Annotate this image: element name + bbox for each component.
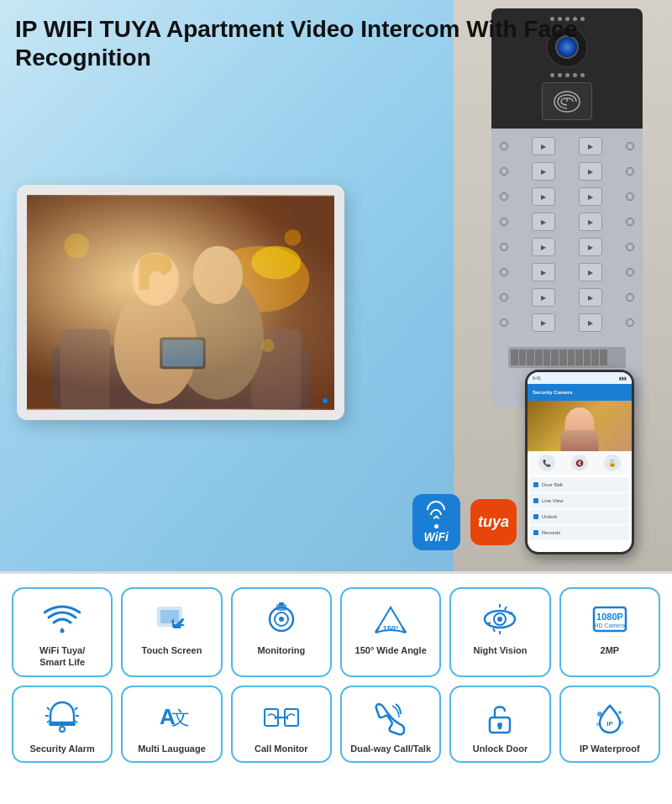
fingerprint-icon (550, 88, 584, 115)
fingerprint-area (542, 82, 592, 120)
top-section: IP WIFI TUYA Apartment Video Intercom Wi… (0, 0, 672, 571)
svg-point-63 (618, 711, 622, 714)
screw (626, 318, 634, 327)
led (558, 73, 562, 77)
title-block: IP WIFI TUYA Apartment Video Intercom Wi… (15, 15, 672, 71)
screw (500, 167, 508, 176)
feature-label-monitoring: Monitoring (257, 644, 305, 656)
night-vision-icon (480, 599, 520, 639)
screw (626, 218, 634, 226)
button-row: ▶ ▶ (496, 211, 638, 233)
app-ctrl-unlock[interactable]: 🔓 (604, 455, 621, 471)
screw (626, 167, 634, 176)
feature-label-security-alarm: Security Alarm (30, 743, 95, 754)
button-row: ▶ ▶ (496, 236, 638, 258)
svg-line-38 (493, 628, 495, 632)
button-row: ▶ ▶ (496, 312, 638, 334)
app-ctrl-call[interactable]: 📞 (538, 455, 555, 471)
screw (500, 268, 508, 276)
call-button[interactable]: ▶ (532, 288, 555, 307)
svg-point-64 (596, 723, 600, 726)
svg-point-34 (497, 617, 502, 622)
feature-wide-angle: 150° 150° Wide Angle (340, 587, 441, 677)
svg-point-21 (60, 629, 65, 633)
call-button[interactable]: ▶ (532, 213, 555, 231)
screw (626, 293, 634, 302)
button-row: ▶ ▶ (496, 135, 638, 157)
wifi-logo: WiFi (412, 494, 460, 550)
app-header: Security Camera (528, 384, 632, 401)
feature-wifi-tuya: WiFi Tuya/Smart Life (12, 587, 113, 677)
button-row: ▶ ▶ (496, 160, 638, 182)
unlock-door-icon (480, 697, 520, 738)
page-title: IP WIFI TUYA Apartment Video Intercom Wi… (15, 15, 672, 71)
led (550, 73, 554, 77)
tuya-logo-text: tuya (478, 513, 509, 531)
mobile-app: 9:41 ▮▮▮ Security Camera 📞 🔇 🔓 Door Bell (525, 370, 634, 554)
call-button[interactable]: ▶ (579, 187, 602, 206)
feature-monitoring: Monitoring (231, 587, 332, 677)
call-button[interactable]: ▶ (579, 137, 602, 155)
feature-waterproof: IP IP Waterproof (559, 686, 660, 763)
logos-row: WiFi tuya (412, 494, 517, 550)
svg-line-47 (75, 707, 77, 710)
svg-text:文: 文 (171, 707, 190, 728)
app-list-item[interactable]: Live View (530, 493, 629, 508)
svg-point-65 (619, 720, 623, 724)
svg-rect-23 (160, 610, 179, 623)
led (565, 73, 570, 77)
svg-point-45 (60, 727, 65, 732)
panel-buttons: ▶ ▶ ▶ ▶ ▶ ▶ ▶ ▶ (491, 129, 643, 340)
svg-point-19 (285, 229, 302, 246)
speaker-grille (508, 347, 626, 368)
app-ctrl-mute[interactable]: 🔇 (571, 455, 588, 471)
svg-point-3 (251, 246, 301, 280)
screw (500, 318, 508, 327)
app-body (561, 430, 599, 451)
app-video-preview (528, 401, 632, 451)
wifi-arcs (427, 501, 445, 528)
feature-label-waterproof: IP Waterproof (580, 743, 640, 754)
screw (626, 243, 634, 251)
feature-call-monitor: Call Monitor (231, 686, 332, 763)
app-list-item[interactable]: Records (530, 525, 629, 540)
feature-touch-screen: Touch Screen (121, 587, 222, 677)
svg-line-51 (75, 721, 77, 723)
monitoring-icon (261, 599, 302, 639)
led (573, 73, 577, 77)
screw (500, 243, 508, 251)
monitor-indicator (323, 398, 328, 403)
wifi-logo-text: WiFi (424, 530, 449, 544)
call-button[interactable]: ▶ (579, 213, 602, 231)
feature-2mp: 1080P HD Camera 2MP (559, 587, 660, 677)
call-button[interactable]: ▶ (532, 187, 555, 206)
svg-line-37 (505, 607, 507, 610)
svg-rect-6 (251, 329, 301, 409)
monitor-screen (27, 195, 334, 410)
call-button[interactable]: ▶ (532, 313, 555, 332)
call-button[interactable]: ▶ (532, 263, 555, 281)
svg-text:1080P: 1080P (596, 612, 623, 622)
call-button[interactable]: ▶ (579, 162, 602, 181)
call-button[interactable]: ▶ (532, 238, 555, 256)
screw (626, 268, 634, 276)
feature-security-alarm: Security Alarm (12, 686, 113, 763)
feature-label-call-monitor: Call Monitor (255, 743, 308, 754)
call-button[interactable]: ▶ (579, 313, 602, 332)
feature-label-angle: 150° Wide Angle (355, 644, 427, 656)
svg-rect-61 (498, 725, 501, 729)
call-button[interactable]: ▶ (579, 263, 602, 281)
call-button[interactable]: ▶ (579, 238, 602, 256)
dual-way-icon (370, 697, 411, 738)
app-list-item[interactable]: Unlock (530, 509, 629, 524)
svg-rect-1 (27, 196, 334, 408)
call-button[interactable]: ▶ (579, 288, 602, 307)
call-button[interactable]: ▶ (532, 162, 555, 181)
call-button[interactable]: ▶ (532, 137, 555, 155)
svg-point-2 (210, 246, 310, 313)
svg-text:IP: IP (606, 720, 613, 728)
app-list-item[interactable]: Door Bell (530, 477, 629, 492)
resolution-icon: 1080P HD Camera (590, 599, 630, 639)
feature-label-2mp: 2MP (601, 644, 620, 656)
svg-point-9 (205, 253, 235, 286)
